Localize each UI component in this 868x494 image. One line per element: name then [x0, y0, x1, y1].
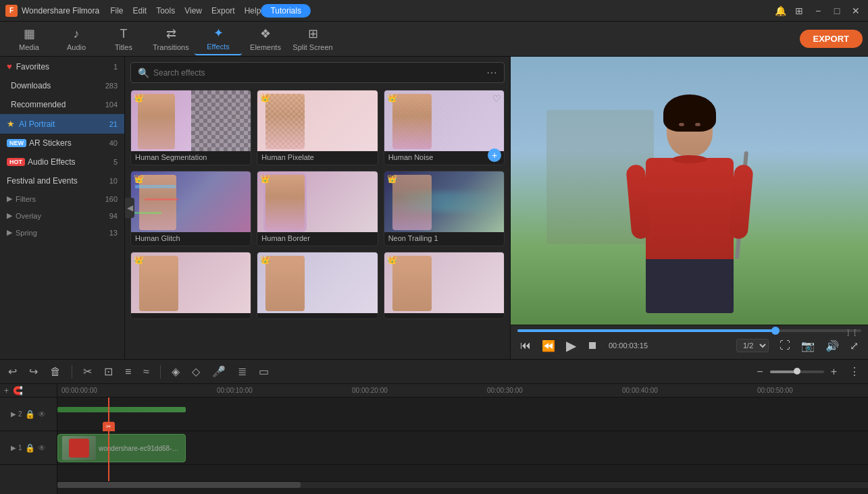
video-clip[interactable]: wondershare-ec91dd68-c703-4751... — [57, 434, 186, 462]
add-effect-button[interactable]: + — [488, 148, 501, 162]
sidebar-ai-portrait-label: AI Portrait — [19, 119, 109, 129]
close-button[interactable]: ✕ — [849, 4, 863, 18]
tool-transitions[interactable]: ⇄ Transitions — [147, 23, 195, 55]
stabilize-button[interactable]: ≣ — [235, 364, 249, 379]
menu-edit[interactable]: Edit — [133, 6, 147, 16]
selection-range — [57, 407, 186, 412]
search-input[interactable] — [153, 68, 482, 78]
grid-view-icon[interactable]: ⋯ — [486, 66, 497, 79]
effect-card-human-noise[interactable]: 👑 ♡ + Human Noise — [384, 90, 505, 165]
keyframe-button[interactable]: ◇ — [189, 364, 203, 379]
progress-bar[interactable]: [ ] — [517, 329, 861, 332]
effect-card-row3b[interactable]: 👑 — [257, 252, 378, 319]
mask-button[interactable]: ◈ — [169, 364, 182, 379]
tool-effects-label: Effects — [207, 43, 229, 51]
stop-button[interactable]: ⏹ — [584, 338, 601, 353]
cut-button[interactable]: ✂ — [80, 364, 95, 379]
notification-icon[interactable]: 🔔 — [773, 4, 787, 18]
tool-audio[interactable]: ♪ Audio — [53, 23, 100, 55]
layout-icon[interactable]: ⊞ — [792, 4, 806, 18]
spring-chevron-icon: ▶ — [7, 228, 12, 237]
zoom-slider[interactable] — [770, 370, 824, 373]
redo-button[interactable]: ↪ — [26, 364, 41, 379]
step-back-button[interactable]: ⏮ — [517, 338, 534, 353]
preview-panel: [ ] ⏮ ⏪ ▶ ⏹ 00:00:03:15 1/2 1/1 1/4 ⛶ 📷 … — [510, 57, 868, 359]
effect-card-human-segmentation[interactable]: 👑 Human Segmentation — [130, 90, 251, 165]
magnet-button[interactable]: 🧲 — [13, 386, 23, 395]
sidebar: ♥ Favorites 1 Downloads 283 Recommended … — [0, 57, 125, 359]
sidebar-downloads-count: 283 — [105, 82, 118, 90]
effect-card-row3a[interactable]: 👑 — [130, 252, 251, 319]
maximize-button[interactable]: □ — [830, 4, 844, 18]
menu-file[interactable]: File — [110, 6, 123, 16]
heart-icon[interactable]: ♡ — [492, 93, 501, 104]
track-2-number: ▶ 2 — [11, 410, 22, 418]
settings-button[interactable]: ⤢ — [847, 338, 861, 354]
sidebar-item-ar-stickers[interactable]: NEW AR Stickers 40 — [0, 134, 124, 153]
voice-button[interactable]: 🎤 — [209, 364, 228, 379]
sidebar-filters-count: 160 — [105, 195, 118, 203]
quality-select[interactable]: 1/2 1/1 1/4 — [736, 339, 769, 352]
sidebar-item-downloads[interactable]: Downloads 283 — [0, 76, 124, 95]
effect-card-neon-trailing[interactable]: 👑 Neon Trailing 1 — [384, 171, 505, 246]
crop-button[interactable]: ⊡ — [101, 364, 116, 379]
sidebar-collapse-button[interactable]: ◀ — [125, 198, 134, 218]
sidebar-item-recommended[interactable]: Recommended 104 — [0, 95, 124, 114]
menu-view[interactable]: View — [184, 6, 202, 16]
sidebar-item-overlay[interactable]: ▶ Overlay 94 — [0, 207, 124, 224]
effect-card-human-glitch[interactable]: 👑 Human Glitch — [130, 171, 251, 246]
zoom-in-button[interactable]: + — [828, 364, 840, 379]
frame-back-button[interactable]: ⏪ — [539, 338, 558, 354]
overlay-chevron-icon: ▶ — [7, 211, 12, 220]
search-bar: 🔍 ⋯ — [130, 62, 505, 83]
timeline-scrollbar[interactable] — [57, 481, 868, 488]
time-marker-30: 00:00:30:00 — [487, 387, 523, 394]
effect-thumb — [131, 171, 251, 232]
menu-tools[interactable]: Tools — [156, 6, 175, 16]
track-2-lock-button[interactable]: 🔒 — [25, 410, 35, 419]
minimize-button[interactable]: − — [811, 4, 825, 18]
sidebar-item-festival[interactable]: Festival and Events 10 — [0, 171, 124, 190]
track-label-2: ▶ 2 🔒 👁 — [0, 397, 57, 431]
sidebar-item-favorites[interactable]: ♥ Favorites 1 — [0, 57, 124, 76]
more-options-button[interactable]: ⋮ — [846, 364, 863, 379]
effect-card-human-pixelate[interactable]: 👑 Human Pixelate — [257, 90, 378, 165]
play-button[interactable]: ▶ — [563, 336, 579, 355]
tutorials-button[interactable]: Tutorials — [261, 4, 311, 18]
tool-media[interactable]: ▦ Media — [5, 23, 53, 55]
effect-label: Human Segmentation — [131, 151, 251, 165]
ai-portrait-icon: ★ — [7, 119, 15, 129]
add-track-button[interactable]: + — [4, 386, 9, 395]
menu-export[interactable]: Export — [211, 6, 235, 16]
sidebar-item-filters[interactable]: ▶ Filters 160 — [0, 190, 124, 207]
scissors-icon: ✂ — [106, 423, 111, 430]
zoom-out-button[interactable]: − — [754, 364, 765, 379]
effect-card-human-border[interactable]: 👑 Human Border — [257, 171, 378, 246]
speed-button[interactable]: ≡ — [122, 364, 134, 379]
audio-mixer-button[interactable]: ≈ — [141, 364, 152, 379]
menu-help[interactable]: Help — [245, 6, 261, 16]
tool-elements[interactable]: ❖ Elements — [242, 23, 289, 55]
tool-titles[interactable]: T Titles — [100, 23, 147, 55]
tracks-container: ✂ wondershare-ec91dd68-c703-4751... — [57, 397, 868, 481]
crown-icon: 👑 — [387, 174, 397, 184]
export-button[interactable]: EXPORT — [800, 30, 863, 48]
subtitle-button[interactable]: ▭ — [256, 364, 272, 379]
time-display: 00:00:03:15 — [609, 341, 648, 350]
timeline-body: + 🧲 ▶ 2 🔒 👁 ▶ 1 🔒 👁 00:00:00:00 00:00:10… — [0, 384, 868, 494]
sidebar-item-audio-effects[interactable]: HOT Audio Effects 5 — [0, 153, 124, 171]
track-1-visibility-button[interactable]: 👁 — [38, 443, 46, 453]
track-2-visibility-button[interactable]: 👁 — [38, 410, 46, 419]
effect-card-row3c[interactable]: 👑 — [384, 252, 505, 319]
tool-split-screen[interactable]: ⊞ Split Screen — [289, 23, 336, 55]
sidebar-item-ai-portrait[interactable]: ★ AI Portrait 21 — [0, 114, 124, 134]
zoom-thumb — [794, 368, 800, 375]
tool-effects[interactable]: ✦ Effects — [195, 23, 242, 55]
delete-button[interactable]: 🗑 — [47, 364, 63, 379]
fullscreen-button[interactable]: ⛶ — [777, 338, 793, 353]
snapshot-button[interactable]: 📷 — [798, 338, 817, 354]
track-1-lock-button[interactable]: 🔒 — [25, 443, 35, 453]
undo-button[interactable]: ↩ — [5, 364, 20, 379]
sidebar-item-spring[interactable]: ▶ Spring 13 — [0, 224, 124, 241]
volume-button[interactable]: 🔊 — [823, 338, 842, 354]
